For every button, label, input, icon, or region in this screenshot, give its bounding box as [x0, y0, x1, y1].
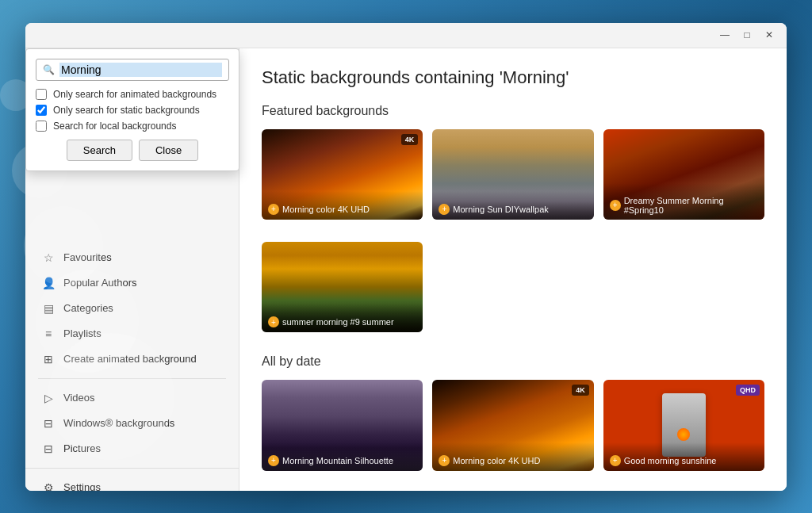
card-morning-sun-label: + Morning Sun DIYwallpak [432, 191, 593, 220]
all-by-date-title: All by date [262, 354, 764, 369]
sidebar: 🔍 Only search for animated backgrounds O… [25, 48, 239, 491]
card-morning-4k-label: + Morning color 4K UHD [262, 191, 423, 220]
local-checkbox[interactable] [36, 121, 47, 132]
search-icon: 🔍 [43, 64, 55, 75]
nav-divider-1 [38, 378, 226, 379]
card-mountain-silhouette[interactable]: + Morning Mountain Silhouette [262, 380, 423, 470]
static-checkbox[interactable] [36, 105, 47, 116]
add-icon-silhouette: + [268, 455, 279, 466]
sidebar-item-windows-backgrounds[interactable]: ⊟ Windows® backgrounds [25, 411, 239, 436]
sidebar-bottom: ⚙ Settings [25, 468, 239, 491]
sidebar-label-settings: Settings [63, 481, 101, 491]
categories-icon: ▤ [41, 302, 56, 315]
sidebar-item-popular-authors[interactable]: 👤 Popular Authors [25, 270, 239, 296]
sidebar-item-playlists[interactable]: ≡ Playlists [25, 321, 239, 346]
static-checkbox-row: Only search for static backgrounds [36, 105, 229, 116]
all-date-grid: + Morning Mountain Silhouette + Morning … [262, 380, 764, 470]
sidebar-label-categories: Categories [63, 302, 113, 314]
settings-icon: ⚙ [41, 481, 56, 491]
favourites-icon: ☆ [41, 251, 56, 264]
sidebar-label-playlists: Playlists [63, 327, 102, 339]
search-buttons: Search Close [36, 140, 229, 161]
add-icon-morning4k2: + [439, 455, 450, 466]
search-input[interactable] [59, 63, 222, 77]
sidebar-label-popular-authors: Popular Authors [63, 277, 137, 289]
card-summer-morning[interactable]: + summer morning #9 summer [262, 242, 423, 332]
add-icon-dreamy: + [610, 200, 621, 211]
sidebar-item-videos[interactable]: ▷ Videos [25, 385, 239, 411]
sidebar-item-favourites[interactable]: ☆ Favourites [25, 245, 239, 270]
local-checkbox-label: Search for local backgrounds [53, 121, 176, 132]
sidebar-item-settings[interactable]: ⚙ Settings [25, 475, 239, 491]
popup-close-button[interactable]: Close [139, 140, 198, 161]
add-icon-sunshine: + [610, 455, 621, 466]
add-icon-morning-4k: + [268, 204, 279, 215]
sidebar-nav: ☆ Favourites 👤 Popular Authors ▤ Categor… [25, 239, 239, 468]
popular-authors-icon: 👤 [41, 277, 56, 289]
card-sunshine-badge: QHD [736, 385, 760, 396]
animated-checkbox[interactable] [36, 89, 47, 100]
card-sunshine-label: + Good morning sunshine [603, 442, 764, 471]
card-silhouette-label: + Morning Mountain Silhouette [262, 442, 423, 471]
sidebar-label-windows-backgrounds: Windows® backgrounds [63, 417, 174, 429]
card-dreamy-summer[interactable]: + Dreamy Summer Morning #Spring10 [603, 129, 764, 220]
search-input-row: 🔍 [36, 59, 229, 81]
sidebar-label-pictures: Pictures [63, 442, 101, 454]
search-button[interactable]: Search [67, 140, 132, 161]
featured-card-grid: + Morning color 4K UHD 4K + Morning Sun … [262, 129, 764, 220]
sidebar-label-favourites: Favourites [63, 251, 112, 263]
sidebar-item-pictures[interactable]: ⊟ Pictures [25, 436, 239, 461]
card-morning-4k-2[interactable]: + Morning color 4K UHD 4K [432, 380, 593, 470]
playlists-icon: ≡ [41, 327, 56, 340]
main-window: — □ ✕ 🔍 Only search for animated backgro… [25, 23, 787, 491]
animated-checkbox-label: Only search for animated backgrounds [53, 89, 216, 100]
add-icon-summer: + [268, 316, 279, 327]
add-icon-morning-sun: + [439, 204, 450, 215]
sidebar-item-create-animated[interactable]: ⊞ Create animated background [25, 346, 239, 372]
animated-checkbox-row: Only search for animated backgrounds [36, 89, 229, 100]
card-morning-sun[interactable]: + Morning Sun DIYwallpak [432, 129, 593, 220]
card-dreamy-summer-label: + Dreamy Summer Morning #Spring10 [603, 183, 764, 220]
card-good-morning[interactable]: + Good morning sunshine QHD [603, 380, 764, 470]
create-animated-icon: ⊞ [41, 353, 56, 366]
pictures-icon: ⊟ [41, 442, 56, 455]
card-morning-4k[interactable]: + Morning color 4K UHD 4K [262, 129, 423, 220]
title-bar: — □ ✕ [25, 23, 787, 48]
minimize-button[interactable]: — [714, 24, 736, 46]
card-morning-4k-badge: 4K [401, 134, 419, 145]
videos-icon: ▷ [41, 392, 56, 404]
sidebar-label-videos: Videos [63, 392, 95, 404]
maximize-button[interactable]: □ [736, 24, 758, 46]
card-morning4k2-label: + Morning color 4K UHD [432, 442, 593, 471]
windows-bg-icon: ⊟ [41, 417, 56, 430]
search-popup: 🔍 Only search for animated backgrounds O… [25, 48, 239, 171]
sidebar-item-categories[interactable]: ▤ Categories [25, 296, 239, 321]
card-summer-label: + summer morning #9 summer [262, 304, 423, 332]
main-content: Static backgrounds containing 'Morning' … [239, 48, 787, 491]
static-checkbox-label: Only search for static backgrounds [53, 105, 200, 116]
card-morning4k2-badge: 4K [572, 385, 589, 396]
sunshine-dot [677, 428, 690, 441]
close-button[interactable]: ✕ [758, 24, 780, 46]
sidebar-label-create-animated: Create animated background [63, 353, 197, 365]
main-layout: 🔍 Only search for animated backgrounds O… [25, 48, 787, 491]
page-title: Static backgrounds containing 'Morning' [262, 67, 764, 88]
local-checkbox-row: Search for local backgrounds [36, 121, 229, 132]
featured-row2: + summer morning #9 summer [262, 242, 764, 332]
featured-section-title: Featured backgrounds [262, 104, 764, 118]
